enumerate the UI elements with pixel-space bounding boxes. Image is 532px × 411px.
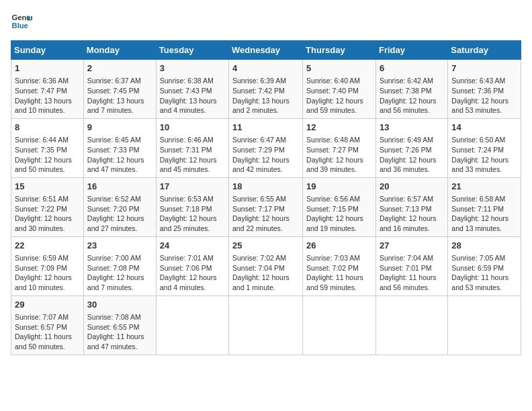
day-info: Sunset: 7:35 PM: [15, 145, 80, 155]
calendar-cell: 6Sunrise: 6:42 AMSunset: 7:38 PMDaylight…: [375, 60, 447, 119]
day-number: 10: [160, 122, 225, 134]
day-info: Daylight: 12 hours: [451, 155, 517, 165]
day-info: Sunset: 7:36 PM: [451, 86, 517, 96]
day-info: and 7 minutes.: [87, 283, 152, 293]
day-info: Daylight: 12 hours: [306, 96, 372, 106]
day-number: 11: [232, 122, 299, 134]
day-info: Sunrise: 7:04 AM: [380, 253, 444, 263]
day-info: Daylight: 12 hours: [306, 155, 372, 165]
calendar-cell: 25Sunrise: 7:02 AMSunset: 7:04 PMDayligh…: [229, 236, 303, 295]
day-info: and 30 minutes.: [15, 224, 80, 234]
day-info: Sunrise: 6:38 AM: [160, 76, 225, 86]
day-number: 6: [380, 62, 444, 75]
calendar-cell: 16Sunrise: 6:52 AMSunset: 7:20 PMDayligh…: [83, 177, 156, 236]
calendar-cell: 29Sunrise: 7:07 AMSunset: 6:57 PMDayligh…: [11, 295, 84, 355]
weekday-tuesday: Tuesday: [156, 41, 228, 60]
day-info: Daylight: 12 hours: [232, 155, 299, 165]
calendar-cell: 20Sunrise: 6:57 AMSunset: 7:13 PMDayligh…: [375, 177, 447, 236]
day-info: Sunset: 7:15 PM: [306, 204, 372, 214]
calendar-body: 1Sunrise: 6:36 AMSunset: 7:47 PMDaylight…: [11, 60, 521, 355]
day-info: Daylight: 12 hours: [87, 214, 152, 224]
day-info: Sunrise: 6:40 AM: [306, 76, 372, 86]
day-info: Sunset: 7:26 PM: [380, 145, 444, 155]
day-info: and 42 minutes.: [232, 165, 299, 175]
calendar-cell: 13Sunrise: 6:49 AMSunset: 7:26 PMDayligh…: [375, 118, 447, 177]
day-info: Daylight: 12 hours: [87, 155, 152, 165]
calendar-table: SundayMondayTuesdayWednesdayThursdayFrid…: [11, 40, 521, 355]
day-number: 4: [232, 62, 299, 75]
day-number: 25: [232, 240, 299, 252]
day-info: Sunrise: 7:07 AM: [15, 312, 80, 322]
weekday-saturday: Saturday: [448, 41, 521, 60]
day-info: Sunrise: 6:46 AM: [160, 135, 225, 145]
calendar-cell: 14Sunrise: 6:50 AMSunset: 7:24 PMDayligh…: [448, 118, 521, 177]
day-info: Sunrise: 7:02 AM: [232, 253, 299, 263]
day-info: Sunrise: 6:44 AM: [15, 135, 80, 145]
day-info: and 1 minute.: [232, 283, 299, 293]
svg-text:General: General: [12, 13, 32, 21]
calendar-cell: 28Sunrise: 7:05 AMSunset: 6:59 PMDayligh…: [448, 236, 521, 295]
calendar-week-5: 29Sunrise: 7:07 AMSunset: 6:57 PMDayligh…: [11, 295, 521, 355]
day-info: Sunrise: 7:03 AM: [306, 253, 372, 263]
day-info: Sunset: 7:08 PM: [87, 263, 152, 273]
calendar-cell: 27Sunrise: 7:04 AMSunset: 7:01 PMDayligh…: [375, 236, 447, 295]
weekday-friday: Friday: [375, 41, 447, 60]
day-info: and 27 minutes.: [87, 224, 152, 234]
day-info: Daylight: 12 hours: [160, 214, 225, 224]
day-info: Sunset: 7:13 PM: [380, 204, 444, 214]
day-info: Sunset: 7:42 PM: [232, 86, 299, 96]
day-info: and 36 minutes.: [380, 165, 444, 175]
day-info: Sunset: 7:45 PM: [87, 86, 152, 96]
calendar-cell: [375, 295, 447, 355]
day-info: Sunset: 7:38 PM: [380, 86, 444, 96]
day-info: Sunset: 7:01 PM: [380, 263, 444, 273]
calendar-cell: 11Sunrise: 6:47 AMSunset: 7:29 PMDayligh…: [229, 118, 303, 177]
day-info: and 45 minutes.: [160, 165, 225, 175]
day-info: Daylight: 12 hours: [306, 214, 372, 224]
day-number: 9: [87, 122, 152, 134]
day-info: Sunset: 7:40 PM: [306, 86, 372, 96]
day-info: Daylight: 13 hours: [15, 96, 80, 106]
day-info: Daylight: 12 hours: [15, 214, 80, 224]
calendar-cell: 9Sunrise: 6:45 AMSunset: 7:33 PMDaylight…: [83, 118, 156, 177]
day-info: Sunset: 7:27 PM: [306, 145, 372, 155]
day-info: Sunrise: 6:47 AM: [232, 135, 299, 145]
day-info: and 56 minutes.: [380, 283, 444, 293]
calendar-week-2: 8Sunrise: 6:44 AMSunset: 7:35 PMDaylight…: [11, 118, 521, 177]
weekday-sunday: Sunday: [11, 41, 84, 60]
day-number: 3: [160, 62, 225, 75]
day-info: Sunrise: 6:36 AM: [15, 76, 80, 86]
day-number: 18: [232, 181, 299, 193]
day-info: Sunrise: 6:56 AM: [306, 194, 372, 204]
day-info: Daylight: 12 hours: [380, 214, 444, 224]
day-number: 27: [380, 240, 444, 252]
day-info: Sunset: 7:31 PM: [160, 145, 225, 155]
day-info: Sunrise: 6:49 AM: [380, 135, 444, 145]
day-number: 21: [451, 181, 517, 193]
calendar-cell: [303, 295, 376, 355]
day-info: and 13 minutes.: [451, 224, 517, 234]
weekday-monday: Monday: [83, 41, 156, 60]
day-info: Sunrise: 7:01 AM: [160, 253, 225, 263]
day-info: and 10 minutes.: [15, 105, 80, 116]
day-info: and 53 minutes.: [451, 105, 517, 116]
day-number: 29: [15, 299, 80, 311]
day-info: Sunset: 7:47 PM: [15, 86, 80, 96]
day-number: 19: [306, 181, 372, 193]
day-info: and 47 minutes.: [87, 342, 152, 352]
day-info: Sunrise: 6:39 AM: [232, 76, 299, 86]
day-info: Sunrise: 6:51 AM: [15, 194, 80, 204]
weekday-thursday: Thursday: [303, 41, 376, 60]
day-info: Sunrise: 6:59 AM: [15, 253, 80, 263]
day-number: 2: [87, 62, 152, 75]
day-info: Daylight: 11 hours: [15, 332, 80, 342]
day-info: and 53 minutes.: [451, 283, 517, 293]
day-info: Sunrise: 6:48 AM: [306, 135, 372, 145]
day-info: Sunset: 7:20 PM: [87, 204, 152, 214]
calendar-cell: 12Sunrise: 6:48 AMSunset: 7:27 PMDayligh…: [303, 118, 376, 177]
calendar-cell: 1Sunrise: 6:36 AMSunset: 7:47 PMDaylight…: [11, 60, 84, 119]
day-info: Sunset: 7:09 PM: [15, 263, 80, 273]
day-info: Daylight: 12 hours: [160, 155, 225, 165]
day-info: Sunset: 7:33 PM: [87, 145, 152, 155]
calendar-cell: 22Sunrise: 6:59 AMSunset: 7:09 PMDayligh…: [11, 236, 84, 295]
